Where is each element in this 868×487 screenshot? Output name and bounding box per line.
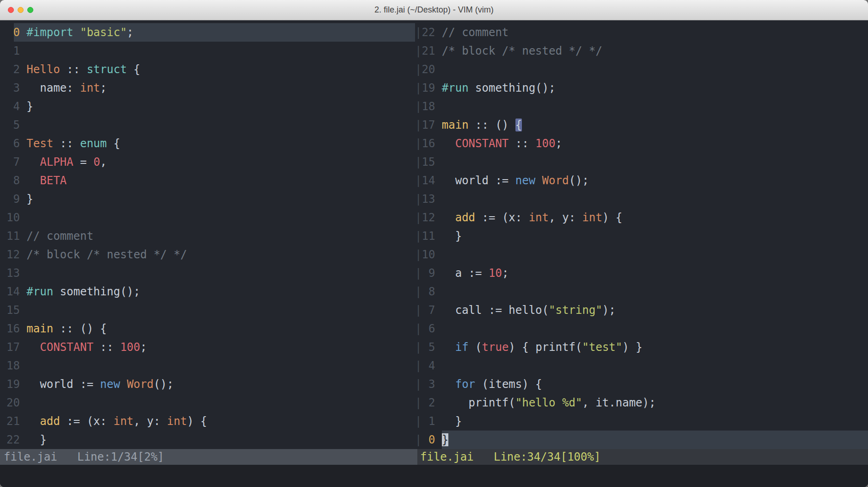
code-line[interactable]: |17 main :: () { [415, 116, 868, 134]
code-token: :: () { [53, 322, 107, 335]
zoom-button[interactable] [27, 7, 33, 13]
line-number: 19 [422, 81, 441, 94]
code-line[interactable]: 6 Test :: enum { [0, 134, 415, 153]
status-row: file.jai Line:1/34[2%] file.jai Line:34/… [0, 449, 868, 465]
code-line[interactable]: 15 [0, 301, 415, 319]
line-number: 7 [422, 304, 441, 317]
code-line[interactable]: | 3 for (items) { [415, 375, 868, 393]
code-token: if [455, 341, 469, 354]
code-token: enum [80, 137, 107, 150]
line-number: 15 [6, 304, 26, 317]
cursor-line-number: 0 [422, 433, 441, 446]
code-line[interactable]: |22 // comment [415, 23, 868, 42]
line-number: 1 [422, 415, 441, 428]
code-line[interactable]: | 9 a := 10; [415, 264, 868, 282]
code-line[interactable]: 9 } [0, 190, 415, 208]
vim-editor: 0 #import "basic"; 1 2 Hello :: struct {… [0, 20, 868, 487]
code-line[interactable]: 12 /* block /* nested */ */ [0, 245, 415, 264]
cursor-line-number: 0 [6, 26, 26, 39]
code-token: CONSTANT [40, 341, 93, 354]
code-line[interactable]: 14 #run something(); [0, 282, 415, 301]
code-token [442, 211, 455, 224]
code-token: ); [602, 304, 616, 317]
code-token: int [529, 211, 549, 224]
code-line[interactable]: |18 [415, 97, 868, 116]
code-line[interactable]: 1 [0, 42, 415, 60]
code-line[interactable]: 20 [0, 393, 415, 412]
code-token: ; [140, 341, 147, 354]
code-line[interactable]: 3 name: int; [0, 79, 415, 97]
code-token: #run [442, 81, 469, 94]
vertical-split-separator: | [415, 81, 422, 94]
vertical-split-separator: | [415, 285, 422, 298]
code-token: for [455, 378, 475, 391]
code-line[interactable]: 18 [0, 356, 415, 375]
code-line[interactable]: |21 /* block /* nested */ */ [415, 42, 868, 60]
code-line[interactable]: 22 } [0, 431, 415, 449]
code-line[interactable]: | 6 [415, 319, 868, 338]
minimize-button[interactable] [18, 7, 24, 13]
code-line[interactable]: 11 // comment [0, 227, 415, 245]
vertical-split-separator: | [415, 211, 422, 224]
code-line[interactable]: |12 add := (x: int, y: int) { [415, 208, 868, 227]
code-token: main [26, 322, 53, 335]
code-line[interactable]: |20 [415, 60, 868, 79]
vertical-split-separator: | [415, 119, 422, 131]
code-line[interactable]: 21 add := (x: int, y: int) { [0, 412, 415, 431]
vertical-split-separator: | [415, 44, 422, 57]
code-line[interactable]: | 0 } [415, 431, 868, 449]
line-number: 17 [6, 341, 26, 354]
code-line[interactable]: 2 Hello :: struct { [0, 60, 415, 79]
code-line[interactable]: |13 [415, 190, 868, 208]
close-button[interactable] [8, 7, 14, 13]
code-line[interactable]: | 8 [415, 282, 868, 301]
code-token: ; [127, 26, 133, 39]
code-token: int [167, 415, 187, 428]
code-token: printf( [442, 396, 515, 409]
code-line[interactable]: 17 CONSTANT :: 100; [0, 338, 415, 356]
code-token: ; [555, 137, 562, 150]
code-line[interactable]: 13 [0, 264, 415, 282]
vim-pane-right[interactable]: |22 // comment|21 /* block /* nested */ … [415, 23, 868, 449]
code-line[interactable]: | 1 } [415, 412, 868, 431]
line-number: 11 [422, 230, 441, 243]
code-token [535, 174, 542, 187]
code-line[interactable]: | 5 if (true) { printf("test") } [415, 338, 868, 356]
code-line[interactable]: 4 } [0, 97, 415, 116]
code-token: new [100, 378, 120, 391]
code-line[interactable]: 19 world := new Word(); [0, 375, 415, 393]
code-line[interactable]: |15 [415, 153, 868, 171]
code-token: Word [542, 174, 569, 187]
status-line-right: file.jai Line:34/34[100%] [417, 449, 868, 465]
traffic-lights [8, 0, 33, 20]
code-line[interactable]: | 4 [415, 356, 868, 375]
code-line[interactable]: |19 #run something(); [415, 79, 868, 97]
title-bar[interactable]: 2. file.jai (~/Desktop) - VIM (vim) [0, 0, 868, 20]
line-number: 20 [422, 63, 441, 76]
code-token: /* block /* nested */ */ [442, 44, 602, 57]
code-token: BETA [40, 174, 67, 187]
code-token: ) { [187, 415, 207, 428]
code-token: something(); [53, 285, 140, 298]
code-line[interactable]: 10 [0, 208, 415, 227]
line-number: 11 [6, 230, 26, 243]
code-line[interactable]: 7 ALPHA = 0, [0, 153, 415, 171]
code-line[interactable]: |10 [415, 245, 868, 264]
code-token: add [40, 415, 60, 428]
code-line[interactable]: |14 world := new Word(); [415, 171, 868, 190]
window-title: 2. file.jai (~/Desktop) - VIM (vim) [374, 5, 494, 15]
line-number: 21 [6, 415, 26, 428]
line-number: 8 [6, 174, 26, 187]
code-line[interactable]: | 7 call := hello("string"); [415, 301, 868, 319]
code-line[interactable]: 0 #import "basic"; [0, 23, 415, 42]
vim-pane-left[interactable]: 0 #import "basic"; 1 2 Hello :: struct {… [0, 23, 415, 449]
code-line[interactable]: |11 } [415, 227, 868, 245]
vertical-split-separator: | [415, 174, 422, 187]
code-line[interactable]: |16 CONSTANT :: 100; [415, 134, 868, 153]
code-line[interactable]: 16 main :: () { [0, 319, 415, 338]
code-token: 100 [120, 341, 140, 354]
code-line[interactable]: 5 [0, 116, 415, 134]
code-token: call := hello( [442, 304, 549, 317]
code-line[interactable]: | 2 printf("hello %d", it.name); [415, 393, 868, 412]
code-line[interactable]: 8 BETA [0, 171, 415, 190]
